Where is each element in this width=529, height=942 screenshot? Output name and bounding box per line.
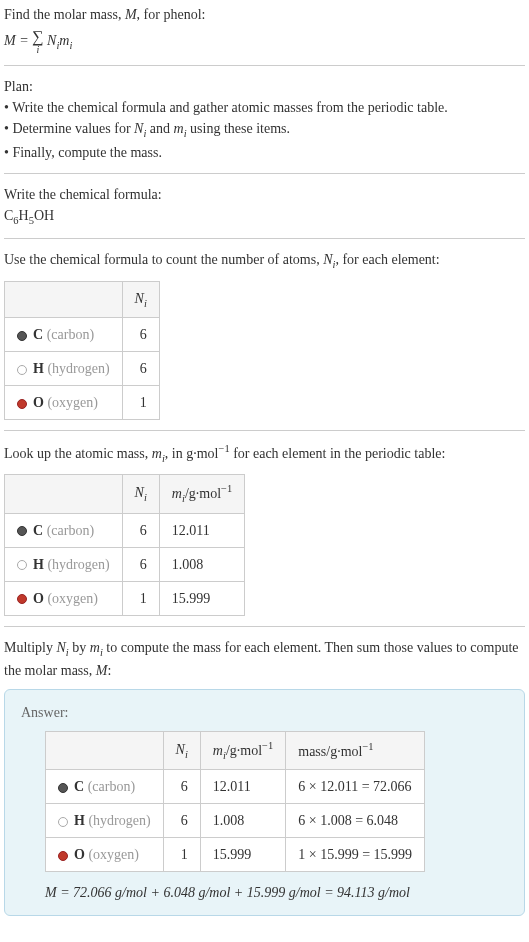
element-symbol: O: [33, 395, 44, 410]
plan-heading: Plan:: [4, 76, 525, 97]
element-symbol: H: [74, 813, 85, 828]
Ni-cell: 6: [122, 318, 159, 352]
chemformula-section: Write the chemical formula: C6H5OH: [4, 184, 525, 229]
heading-text: by: [69, 640, 90, 655]
answer-label: Answer:: [21, 702, 508, 723]
multiply-section: Multiply Ni by mi to compute the mass fo…: [4, 637, 525, 917]
mass-cell: 6 × 1.008 = 6.048: [286, 804, 425, 838]
element-name: (oxygen): [47, 591, 98, 606]
oxygen-dot-icon: [17, 594, 27, 604]
element-name: (hydrogen): [88, 813, 150, 828]
table-header-empty: [5, 475, 123, 513]
mi-cell: 1.008: [200, 804, 285, 838]
table-row: H (hydrogen) 6: [5, 352, 160, 386]
chemformula-heading: Write the chemical formula:: [4, 184, 525, 205]
final-formula: M = 72.066 g/mol + 6.048 g/mol + 15.999 …: [45, 882, 508, 903]
plan-item: • Finally, compute the mass.: [4, 142, 525, 163]
var-Ni: Ni: [134, 121, 146, 136]
table-row: C (carbon) 6 12.011: [5, 513, 245, 547]
heading-text: , in g·mol: [165, 446, 219, 461]
element-symbol: O: [74, 847, 85, 862]
mi-cell: 12.011: [200, 770, 285, 804]
element-name: (oxygen): [88, 847, 139, 862]
heading-text: Look up the atomic mass,: [4, 446, 152, 461]
Ni-cell: 1: [122, 386, 159, 420]
mass-cell: 1 × 15.999 = 15.999: [286, 838, 425, 872]
element-name: (hydrogen): [47, 557, 109, 572]
table-header-Ni: Ni: [163, 732, 200, 770]
table-row: H (hydrogen) 6 1.008: [5, 547, 245, 581]
table-header-empty: [46, 732, 164, 770]
divider: [4, 173, 525, 174]
count-heading: Use the chemical formula to count the nu…: [4, 249, 525, 273]
heading-text: :: [107, 663, 111, 678]
var-mi: mi: [152, 446, 165, 461]
hydrogen-dot-icon: [58, 817, 68, 827]
plan-section: Plan: • Write the chemical formula and g…: [4, 76, 525, 163]
table-header-mass: mass/g·mol−1: [286, 732, 425, 770]
answer-box: Answer: Ni mi/g·mol−1 mass/g·mol−1 C (ca…: [4, 689, 525, 916]
hydrogen-dot-icon: [17, 560, 27, 570]
mi-cell: 1.008: [159, 547, 244, 581]
intro-section: Find the molar mass, M, for phenol: M = …: [4, 4, 525, 55]
element-name: (carbon): [47, 327, 94, 342]
mass-cell: 6 × 12.011 = 72.066: [286, 770, 425, 804]
count-section: Use the chemical formula to count the nu…: [4, 249, 525, 420]
plan-text: using these items.: [187, 121, 290, 136]
element-symbol: C: [33, 327, 43, 342]
atomicmass-table: Ni mi/g·mol−1 C (carbon) 6 12.011 H (hyd…: [4, 474, 245, 615]
hydrogen-dot-icon: [17, 365, 27, 375]
element-cell: O (oxygen): [5, 386, 123, 420]
element-cell: C (carbon): [5, 513, 123, 547]
var-mi: mi: [90, 640, 103, 655]
table-header-Ni: Ni: [122, 475, 159, 513]
formula-Ni: Ni: [47, 33, 59, 48]
chemformula-value: C6H5OH: [4, 205, 525, 229]
Ni-cell: 6: [163, 770, 200, 804]
formula-mi: mi: [59, 33, 72, 48]
Ni-cell: 1: [163, 838, 200, 872]
atomicmass-heading: Look up the atomic mass, mi, in g·mol−1 …: [4, 441, 525, 466]
var-M: M: [125, 7, 137, 22]
formula-line: M = ∑i Nimi: [4, 29, 525, 55]
Ni-cell: 6: [122, 547, 159, 581]
element-name: (hydrogen): [47, 361, 109, 376]
multiply-heading: Multiply Ni by mi to compute the mass fo…: [4, 637, 525, 682]
var-Ni: Ni: [57, 640, 69, 655]
var-M: M: [96, 663, 108, 678]
table-header-empty: [5, 281, 123, 318]
answer-table: Ni mi/g·mol−1 mass/g·mol−1 C (carbon) 6 …: [45, 731, 425, 872]
divider: [4, 238, 525, 239]
sigma-icon: ∑i: [32, 29, 43, 55]
intro-text: Find the molar mass,: [4, 7, 125, 22]
element-symbol: H: [33, 557, 44, 572]
formula-eq: =: [16, 33, 32, 48]
count-heading-text: Use the chemical formula to count the nu…: [4, 252, 323, 267]
element-symbol: C: [33, 523, 43, 538]
element-cell: H (hydrogen): [5, 547, 123, 581]
Ni-cell: 6: [122, 352, 159, 386]
plan-item: • Determine values for Ni and mi using t…: [4, 118, 525, 142]
final-formula-text: M = 72.066 g/mol + 6.048 g/mol + 15.999 …: [45, 885, 410, 900]
element-cell: O (oxygen): [5, 581, 123, 615]
oxygen-dot-icon: [17, 399, 27, 409]
plan-text: and: [146, 121, 173, 136]
mi-cell: 15.999: [200, 838, 285, 872]
element-name: (carbon): [88, 779, 135, 794]
table-header-row: Ni mi/g·mol−1: [5, 475, 245, 513]
element-cell: C (carbon): [46, 770, 164, 804]
element-cell: C (carbon): [5, 318, 123, 352]
table-header-Ni: Ni: [122, 281, 159, 318]
formula-M: M: [4, 33, 16, 48]
oxygen-dot-icon: [58, 851, 68, 861]
atomicmass-section: Look up the atomic mass, mi, in g·mol−1 …: [4, 441, 525, 615]
table-header-mi: mi/g·mol−1: [159, 475, 244, 513]
intro-text-end: , for phenol:: [137, 7, 206, 22]
plan-text: • Determine values for: [4, 121, 134, 136]
exponent: −1: [218, 443, 229, 454]
plan-item: • Write the chemical formula and gather …: [4, 97, 525, 118]
table-row: O (oxygen) 1: [5, 386, 160, 420]
table-row: O (oxygen) 1 15.999: [5, 581, 245, 615]
table-header-row: Ni mi/g·mol−1 mass/g·mol−1: [46, 732, 425, 770]
Ni-cell: 6: [163, 804, 200, 838]
